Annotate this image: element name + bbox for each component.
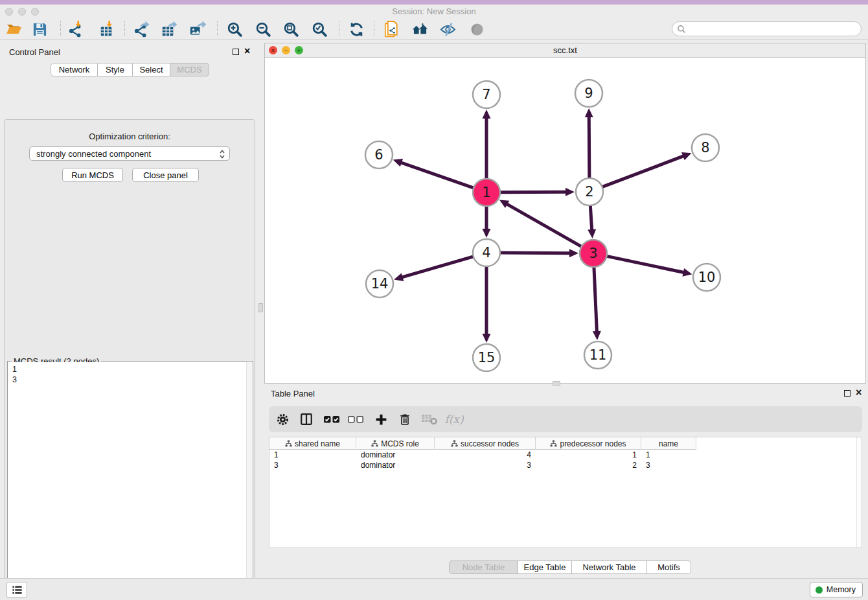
graph-edge-arrowhead (682, 268, 692, 277)
show-columns-icon[interactable] (295, 409, 317, 430)
network-document-icon[interactable] (380, 19, 402, 39)
export-image-icon[interactable] (187, 19, 209, 39)
graph-edge-4-3[interactable] (499, 253, 571, 253)
graph-edge-2-9[interactable] (589, 116, 589, 179)
cell-predecessor-nodes: 2 (536, 460, 641, 470)
column-header-predecessor-nodes[interactable]: predecessor nodes (536, 437, 641, 450)
run-mcds-button[interactable]: Run MCDS (62, 168, 123, 182)
table-scrollbar[interactable] (856, 437, 862, 548)
tab-network[interactable]: Network (51, 63, 98, 76)
zoom-out-icon[interactable] (252, 19, 274, 39)
tab-mcds[interactable]: MCDS (170, 63, 209, 76)
search-icon (677, 25, 686, 34)
zoom-in-icon[interactable] (223, 19, 246, 39)
export-table-icon[interactable] (158, 19, 180, 39)
cell-name: 1 (641, 450, 696, 460)
column-header-name[interactable]: name (641, 437, 696, 450)
graph-edge-3-10[interactable] (606, 256, 685, 273)
close-panel-button[interactable]: Close panel (132, 168, 199, 182)
hide-graphics-details-icon[interactable] (437, 19, 459, 39)
add-column-icon[interactable] (370, 409, 392, 430)
graph-node-label-11: 11 (589, 347, 607, 363)
table-panel-float-icon[interactable] (844, 390, 851, 397)
table-panel-tabs: Node TableEdge TableNetwork TableMotifs (449, 560, 691, 574)
table-row[interactable]: 3dominator323 (269, 460, 862, 470)
titlebar: Session: New Session (0, 5, 868, 18)
graph-edge-arrowhead (393, 159, 403, 167)
home-icon[interactable] (409, 19, 431, 39)
cell-name: 3 (641, 460, 696, 470)
mcds-panel: Optimization criterion: strongly connect… (4, 119, 255, 600)
toolbar-separator (374, 21, 374, 36)
cell-shared-name: 3 (269, 460, 356, 470)
memory-button[interactable]: Memory (810, 582, 863, 597)
select-all-checkboxes-icon[interactable] (321, 409, 343, 430)
graph-edge-arrowhead (585, 108, 593, 117)
graph-edge-arrowhead (483, 110, 491, 119)
table-row[interactable]: 1dominator411 (269, 450, 862, 460)
optimization-criterion-dropdown[interactable]: strongly connected component (29, 146, 230, 161)
horizontal-splitter-handle[interactable] (553, 381, 560, 386)
graph-node-label-4: 4 (482, 245, 490, 260)
toolbar-separator (339, 21, 339, 36)
tab-node-table[interactable]: Node Table (449, 560, 518, 574)
column-header-mcds-role[interactable]: MCDS role (356, 437, 435, 450)
control-panel-title: Control Panel (9, 47, 60, 57)
export-network-icon[interactable] (130, 19, 152, 39)
graph-edge-2-3[interactable] (590, 205, 592, 231)
apply-layout-icon[interactable] (345, 19, 367, 39)
zoom-fit-icon[interactable] (280, 19, 302, 39)
result-scrollbar[interactable] (246, 362, 252, 600)
dropdown-value: strongly connected component (36, 149, 151, 159)
tab-edge-table[interactable]: Edge Table (518, 560, 572, 574)
control-panel-float-icon[interactable] (233, 49, 239, 55)
graph-edge-2-8[interactable] (602, 156, 685, 187)
table-panel-close-icon[interactable]: × (856, 389, 862, 396)
function-builder-icon: f(x) (443, 409, 465, 430)
main-toolbar (0, 18, 868, 40)
task-history-button[interactable] (6, 582, 27, 598)
tab-style[interactable]: Style (98, 63, 133, 76)
zoom-selected-icon[interactable] (308, 19, 330, 39)
tab-network-table[interactable]: Network Table (572, 560, 647, 574)
network-canvas[interactable]: 7968124314101511 (265, 58, 865, 383)
graph-node-label-8: 8 (701, 140, 709, 156)
graph-edge-3-1[interactable] (506, 203, 582, 247)
graph-edge-arrowhead (593, 331, 601, 340)
control-panel-tabs: NetworkStyleSelectMCDS (51, 63, 209, 76)
graph-edge-3-11[interactable] (594, 266, 597, 332)
column-settings-gear-icon[interactable] (271, 409, 293, 430)
deselect-all-checkboxes-icon[interactable] (345, 409, 367, 430)
tab-motifs[interactable]: Motifs (647, 560, 691, 574)
save-session-icon[interactable] (29, 19, 51, 39)
open-session-icon[interactable] (3, 19, 25, 39)
birds-eye-view-icon[interactable] (466, 19, 488, 39)
column-header-successor-nodes[interactable]: successor nodes (435, 437, 536, 450)
graph-node-label-1: 1 (482, 185, 490, 200)
mcds-result-list: 13 (8, 362, 246, 600)
graph-edge-1-2[interactable] (499, 192, 567, 192)
search-field[interactable] (672, 21, 862, 36)
desktop-background-strip (0, 0, 868, 5)
memory-label: Memory (827, 585, 856, 594)
mcds-result-value: 1 (12, 364, 246, 375)
import-table-icon[interactable] (96, 19, 118, 39)
import-network-icon[interactable] (64, 19, 86, 39)
graph-edge-4-14[interactable] (402, 257, 474, 278)
tab-select[interactable]: Select (133, 63, 170, 76)
graph-edge-arrowhead (681, 152, 691, 160)
vertical-splitter-handle[interactable] (258, 303, 263, 312)
window-title: Session: New Session (0, 6, 868, 16)
control-panel-close-icon[interactable]: × (244, 48, 250, 54)
cell-successor-nodes: 3 (435, 460, 536, 470)
graph-node-label-9: 9 (584, 86, 593, 101)
graph-node-label-15: 15 (478, 350, 496, 365)
column-header-shared-name[interactable]: shared name (269, 437, 356, 450)
graph-node-label-14: 14 (371, 276, 389, 292)
graph-edge-1-6[interactable] (400, 163, 474, 189)
cell-mcds-role: dominator (356, 460, 435, 470)
graph-edge-arrowhead (569, 249, 578, 257)
delete-column-trash-icon[interactable] (394, 409, 416, 430)
cell-shared-name: 1 (269, 450, 356, 460)
delete-table-icon (418, 409, 440, 430)
